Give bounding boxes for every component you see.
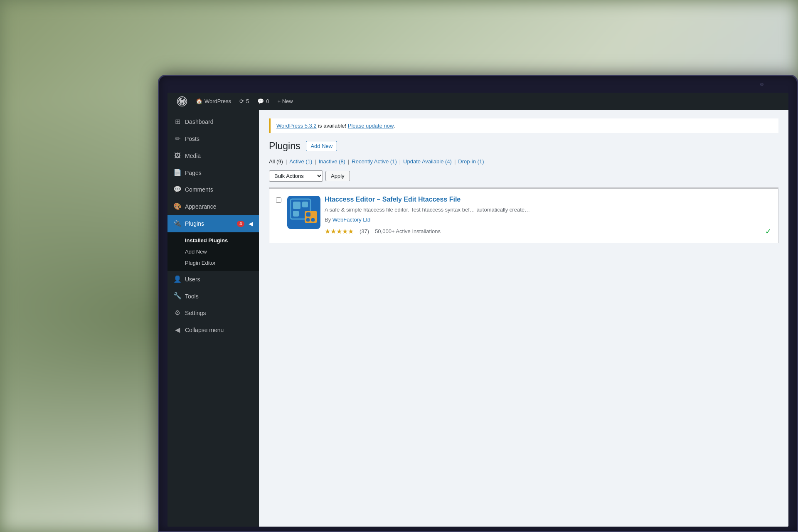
collapse-icon: ◀	[173, 326, 182, 335]
add-new-button[interactable]: Add New	[306, 141, 337, 151]
plugin-info: Htaccess Editor – Safely Edit Htaccess F…	[325, 196, 771, 236]
plugins-badge: 4	[237, 221, 244, 227]
svg-rect-4	[293, 211, 299, 217]
apply-button[interactable]: Apply	[325, 171, 350, 181]
plugin-stars: ★★★★★	[325, 227, 354, 235]
sidebar-item-label: Dashboard	[185, 118, 214, 126]
update-now-link[interactable]: Please update now	[348, 123, 394, 129]
bulk-actions-bar: Bulk Actions Activate Deactivate Update …	[269, 170, 778, 182]
updates-icon: ⟳	[239, 98, 244, 104]
submenu-installed-plugins[interactable]: Installed Plugins	[167, 235, 259, 246]
svg-rect-3	[293, 202, 300, 209]
sidebar-item-dashboard[interactable]: ⊞ Dashboard	[167, 113, 259, 131]
plugin-row: Htaccess Editor – Safely Edit Htaccess F…	[276, 196, 771, 236]
admin-bar-site[interactable]: 🏠 WordPress	[192, 93, 235, 110]
plugin-name: Htaccess Editor – Safely Edit Htaccess F…	[325, 196, 771, 203]
sidebar-item-label: Comments	[185, 186, 213, 193]
page-header: Plugins Add New	[269, 140, 778, 152]
plugin-author: By WebFactory Ltd	[325, 217, 771, 223]
comments-count: 0	[266, 98, 269, 104]
sidebar-item-comments[interactable]: 💬 Comments	[167, 181, 259, 198]
sidebar-item-label: Tools	[185, 293, 199, 300]
site-name-label: WordPress	[204, 98, 231, 104]
sidebar-item-media[interactable]: 🖼 Media	[167, 148, 259, 165]
content-area: WordPress 5.3.2 is available! Please upd…	[259, 110, 788, 527]
plugin-compatible-checkmark: ✓	[765, 227, 771, 236]
updates-count: 5	[246, 98, 249, 104]
update-message: is available!	[317, 123, 348, 129]
admin-bar-comments[interactable]: 💬 0	[253, 93, 273, 110]
wp-logo-item[interactable]	[172, 93, 192, 110]
wp-logo-icon	[177, 96, 187, 107]
screen-bezel: 🏠 WordPress ⟳ 5 💬 0 + New	[158, 75, 798, 532]
svg-rect-8	[306, 218, 310, 222]
sidebar-item-label: Pages	[185, 169, 202, 177]
comment-icon: 💬	[257, 98, 264, 104]
sidebar-item-label: Users	[185, 276, 200, 283]
plugin-icon-svg	[287, 196, 320, 229]
plugin-active-installs: 50,000+ Active Installations	[375, 228, 441, 234]
filter-drop-in[interactable]: Drop-in (1)	[458, 158, 484, 165]
update-notice: WordPress 5.3.2 is available! Please upd…	[269, 118, 778, 133]
main-layout: ⊞ Dashboard ✏ Posts 🖼 Media	[167, 110, 788, 527]
sidebar-item-label: Collapse menu	[185, 326, 224, 334]
sidebar-item-pages[interactable]: 📄 Pages	[167, 164, 259, 181]
filter-inactive[interactable]: Inactive (8)	[319, 158, 345, 165]
new-label: + New	[278, 98, 293, 104]
settings-icon: ⚙	[173, 309, 182, 318]
filter-all[interactable]: All (9)	[269, 158, 283, 165]
svg-rect-5	[302, 202, 308, 207]
sidebar-item-label: Plugins	[185, 220, 204, 227]
sidebar-item-label: Appearance	[185, 203, 217, 210]
sidebar-item-label: Media	[185, 152, 201, 160]
laptop-frame: 🏠 WordPress ⟳ 5 💬 0 + New	[158, 75, 798, 532]
svg-rect-9	[311, 218, 315, 222]
appearance-icon: 🎨	[173, 202, 182, 211]
filter-active[interactable]: Active (1)	[289, 158, 312, 165]
comments-icon: 💬	[173, 185, 182, 194]
posts-icon: ✏	[173, 135, 182, 143]
page-title: Plugins	[269, 140, 300, 152]
pages-icon: 📄	[173, 168, 182, 177]
sidebar-item-users[interactable]: 👤 Users	[167, 271, 259, 288]
home-icon: 🏠	[196, 98, 202, 104]
author-link[interactable]: WebFactory Ltd	[332, 217, 371, 223]
sidebar-item-collapse[interactable]: ◀ Collapse menu	[167, 322, 259, 339]
admin-bar: 🏠 WordPress ⟳ 5 💬 0 + New	[167, 93, 788, 110]
plugins-arrow-icon: ◀	[249, 220, 253, 227]
users-icon: 👤	[173, 275, 182, 284]
screen: 🏠 WordPress ⟳ 5 💬 0 + New	[167, 93, 788, 527]
plugin-checkbox[interactable]	[276, 197, 281, 203]
plugins-submenu: Installed Plugins Add New Plugin Editor	[167, 232, 259, 271]
filter-update-available[interactable]: Update Available (4)	[403, 158, 452, 165]
sidebar-item-settings[interactable]: ⚙ Settings	[167, 305, 259, 322]
sidebar-item-posts[interactable]: ✏ Posts	[167, 131, 259, 148]
sidebar-item-plugins[interactable]: 🔌 Plugins 4 ◀	[167, 215, 259, 232]
plugin-icon	[287, 196, 320, 229]
admin-bar-new[interactable]: + New	[273, 93, 297, 110]
media-icon: 🖼	[173, 152, 182, 160]
filter-links: All (9) | Active (1) | Inactive (8) | Re…	[269, 158, 778, 165]
svg-rect-6	[305, 211, 317, 223]
admin-bar-updates[interactable]: ⟳ 5	[235, 93, 253, 110]
plugin-rating-count: (37)	[360, 228, 369, 234]
dashboard-icon: ⊞	[173, 118, 182, 126]
submenu-add-new[interactable]: Add New	[167, 246, 259, 257]
sidebar-item-label: Settings	[185, 309, 206, 317]
plugin-meta: ★★★★★ (37) 50,000+ Active Installations …	[325, 227, 771, 236]
plugin-description: A safe & simple htaccess file editor. Te…	[325, 206, 771, 214]
submenu-plugin-editor[interactable]: Plugin Editor	[167, 257, 259, 268]
svg-rect-7	[306, 212, 310, 217]
sidebar-item-appearance[interactable]: 🎨 Appearance	[167, 198, 259, 215]
update-version-link[interactable]: WordPress 5.3.2	[276, 123, 317, 129]
bulk-actions-select[interactable]: Bulk Actions Activate Deactivate Update …	[269, 170, 323, 182]
plugins-icon: 🔌	[173, 219, 182, 228]
tools-icon: 🔧	[173, 292, 182, 300]
plugin-name-link[interactable]: Htaccess Editor – Safely Edit Htaccess F…	[325, 196, 461, 203]
camera	[760, 83, 764, 86]
plugin-card: Htaccess Editor – Safely Edit Htaccess F…	[269, 187, 778, 243]
sidebar-item-tools[interactable]: 🔧 Tools	[167, 288, 259, 305]
author-label: By	[325, 217, 332, 223]
filter-recently-active[interactable]: Recently Active (1)	[352, 158, 397, 165]
sidebar: ⊞ Dashboard ✏ Posts 🖼 Media	[167, 110, 259, 527]
